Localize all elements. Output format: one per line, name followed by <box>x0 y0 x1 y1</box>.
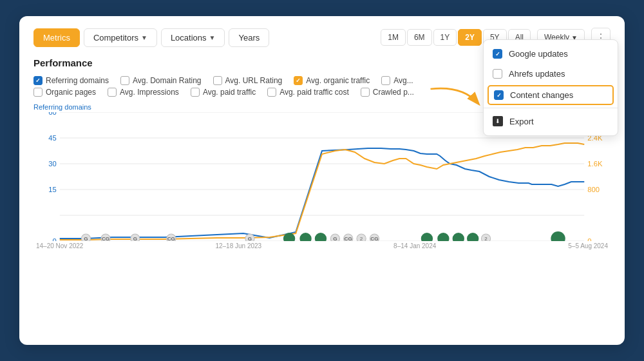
marker-green-big <box>551 231 565 241</box>
checkbox-avg-paid-traffic-cost[interactable] <box>267 88 276 97</box>
tab-locations[interactable]: Locations ▼ <box>161 28 225 47</box>
chart-left-label: Referring domains <box>33 103 91 111</box>
checkbox-avg-url-rating[interactable] <box>213 76 222 85</box>
svg-text:CG: CG <box>345 236 352 241</box>
checkbox-crawled-pages[interactable] <box>361 88 370 97</box>
svg-text:G: G <box>248 236 252 241</box>
cb-crawled-pages[interactable]: Crawled p... <box>361 88 414 97</box>
x-label-2: 12–18 Jun 2023 <box>215 242 261 249</box>
checkbox-avg-extra[interactable] <box>381 76 390 85</box>
x-label-4: 5–5 Aug 2024 <box>568 242 608 249</box>
export-icon: ⬇ <box>493 116 503 126</box>
chevron-down-icon: ▼ <box>209 34 216 41</box>
svg-text:15: 15 <box>48 186 56 193</box>
svg-text:CG: CG <box>370 236 378 241</box>
x-axis-labels: 14–20 Nov 2022 12–18 Jun 2023 8–14 Jan 2… <box>33 242 611 249</box>
svg-text:G: G <box>84 236 88 241</box>
tab-metrics[interactable]: Metrics <box>33 28 80 47</box>
svg-text:0: 0 <box>52 237 56 241</box>
marker-green5 <box>437 233 449 241</box>
checkbox-referring-domains[interactable] <box>33 76 43 85</box>
dropdown-content-changes[interactable]: Content changes <box>488 85 614 105</box>
x-label-1: 14–20 Nov 2022 <box>36 242 83 249</box>
cb-organic-pages[interactable]: Organic pages <box>33 88 96 97</box>
svg-text:45: 45 <box>48 134 56 142</box>
cb-avg-url-rating[interactable]: Avg. URL Rating <box>213 76 283 85</box>
checkbox-organic-pages[interactable] <box>33 88 43 97</box>
time-1y[interactable]: 1Y <box>433 29 457 46</box>
marker-green3 <box>315 233 327 241</box>
x-label-3: 8–14 Jan 2024 <box>393 242 436 249</box>
svg-text:800: 800 <box>587 186 600 193</box>
marker-green2 <box>299 233 311 241</box>
dropdown-google-updates[interactable]: Google updates <box>484 44 618 64</box>
marker-green7 <box>467 233 478 241</box>
cb-avg-paid-traffic[interactable]: Avg. paid traffic <box>191 88 256 97</box>
orange-line <box>60 143 585 240</box>
time-6m[interactable]: 6M <box>407 29 432 46</box>
cb-avg-domain-rating[interactable]: Avg. Domain Rating <box>120 76 202 85</box>
marker-green6 <box>453 233 464 241</box>
cb-ahrefs-updates[interactable] <box>493 69 502 79</box>
svg-text:2: 2 <box>360 236 363 241</box>
dropdown-divider <box>484 108 618 108</box>
checkbox-avg-domain-rating[interactable] <box>120 76 129 85</box>
checkbox-avg-impressions[interactable] <box>108 88 117 97</box>
tab-years[interactable]: Years <box>229 28 269 47</box>
chevron-down-icon: ▼ <box>141 34 147 41</box>
blue-line <box>60 148 585 239</box>
svg-text:G: G <box>333 236 337 241</box>
cb-avg-organic-traffic[interactable]: Avg. organic traffic <box>294 76 370 85</box>
cb-avg-impressions[interactable]: Avg. Impressions <box>108 88 179 97</box>
checkbox-avg-organic-traffic[interactable] <box>294 76 303 85</box>
cb-referring-domains[interactable]: Referring domains <box>33 76 109 85</box>
tab-competitors[interactable]: Competitors ▼ <box>84 28 157 47</box>
svg-text:2: 2 <box>484 236 488 241</box>
svg-text:30: 30 <box>48 160 56 168</box>
cb-google-updates[interactable] <box>493 49 502 59</box>
svg-text:CG: CG <box>167 236 175 241</box>
dropdown-ahrefs-updates[interactable]: Ahrefs updates <box>484 64 618 84</box>
dropdown-export[interactable]: ⬇ Export <box>484 111 618 132</box>
svg-text:60: 60 <box>48 112 56 116</box>
checkbox-avg-paid-traffic[interactable] <box>191 88 200 97</box>
time-2y[interactable]: 2Y <box>458 29 482 46</box>
cb-avg-paid-traffic-cost[interactable]: Avg. paid traffic cost <box>267 88 349 97</box>
svg-text:1.6K: 1.6K <box>587 160 603 168</box>
cb-content-changes[interactable] <box>494 90 504 100</box>
svg-text:0: 0 <box>587 237 591 241</box>
dropdown-overlay: Google updates Ahrefs updates Content ch… <box>483 39 618 136</box>
main-card: Metrics Competitors ▼ Locations ▼ Years … <box>19 16 625 345</box>
svg-text:CG: CG <box>102 236 109 241</box>
time-1m[interactable]: 1M <box>381 29 406 46</box>
svg-text:G: G <box>133 236 137 241</box>
marker-green4 <box>421 233 433 241</box>
cb-avg-extra[interactable]: Avg... <box>381 76 413 85</box>
